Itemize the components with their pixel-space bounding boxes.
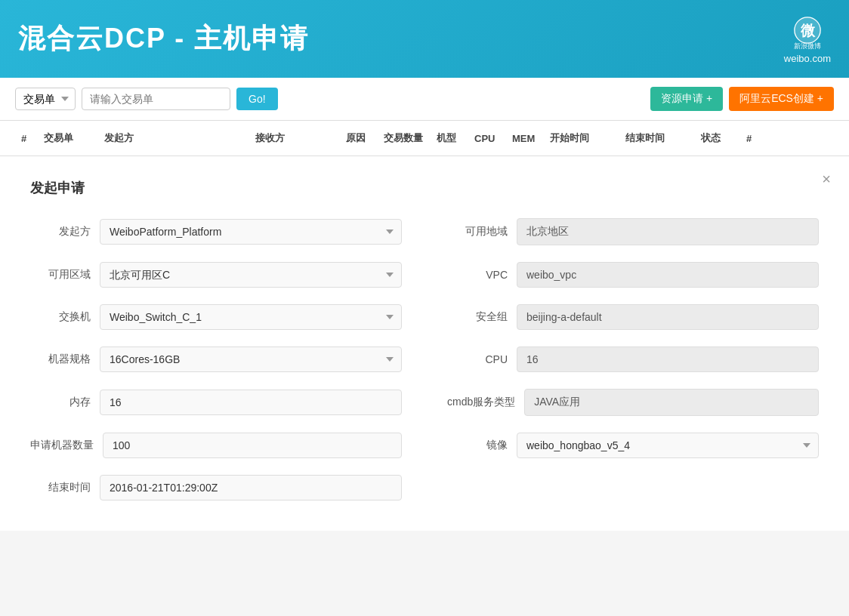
- col-sender: 发起方: [98, 128, 249, 148]
- zone-label: 可用区域: [30, 268, 91, 282]
- form-title: 发起申请: [30, 179, 819, 197]
- cpu-row: CPU 16: [447, 346, 819, 372]
- weibo-logo-container: 微 新浪微博 weibo.com: [784, 14, 831, 64]
- endtime-row: 结束时间: [30, 475, 402, 500]
- count-row: 申请机器数量: [30, 433, 402, 458]
- col-type: 机型: [431, 128, 468, 148]
- sender-select[interactable]: WeiboPatform_Platform: [100, 219, 402, 245]
- endtime-label: 结束时间: [30, 481, 91, 494]
- weibo-logo-text: weibo.com: [784, 53, 831, 64]
- switch-row: 交换机 Weibo_Switch_C_1: [30, 304, 402, 330]
- close-button[interactable]: ×: [822, 171, 831, 186]
- order-select[interactable]: 交易单: [15, 88, 76, 110]
- cmdb-label: cmdb服务类型: [447, 396, 515, 409]
- col-order: 交易单: [38, 128, 98, 148]
- page-header: 混合云DCP - 主机申请 微 新浪微博 weibo.com: [0, 0, 849, 78]
- col-hash: #: [15, 130, 38, 147]
- vpc-row: VPC weibo_vpc: [447, 262, 819, 288]
- page-title: 混合云DCP - 主机申请: [18, 20, 309, 57]
- security-row: 安全组 beijing-a-default: [447, 304, 819, 330]
- image-label: 镜像: [447, 439, 508, 452]
- col-receiver: 接收方: [249, 128, 340, 148]
- toolbar-right: 资源申请 + 阿里云ECS创建 +: [650, 87, 834, 111]
- count-label: 申请机器数量: [30, 439, 94, 452]
- memory-row: 内存: [30, 389, 402, 416]
- toolbar: 交易单 Go! 资源申请 + 阿里云ECS创建 +: [0, 78, 849, 121]
- svg-text:微: 微: [799, 23, 815, 38]
- col-status: 状态: [695, 128, 740, 148]
- security-label: 安全组: [447, 310, 508, 324]
- cpu-label: CPU: [447, 353, 508, 365]
- col-hash2: #: [740, 130, 763, 147]
- count-input[interactable]: [103, 433, 402, 458]
- vpc-label: VPC: [447, 269, 508, 281]
- memory-label: 内存: [30, 396, 91, 409]
- col-count: 交易数量: [378, 128, 431, 148]
- col-end: 结束时间: [619, 128, 695, 148]
- endtime-input[interactable]: [100, 475, 402, 500]
- zone-select[interactable]: 北京可用区C: [100, 262, 402, 288]
- weibo-logo-icon: 微 新浪微博: [785, 14, 830, 51]
- col-start: 开始时间: [544, 128, 619, 148]
- col-mem: MEM: [506, 130, 544, 147]
- cmdb-row: cmdb服务类型 JAVA应用: [447, 389, 819, 416]
- memory-input[interactable]: [100, 390, 402, 415]
- sender-label: 发起方: [30, 225, 91, 239]
- table-header: # 交易单 发起方 接收方 原因 交易数量 机型 CPU MEM 开始时间 结束…: [0, 121, 849, 156]
- switch-select[interactable]: Weibo_Switch_C_1: [100, 304, 402, 330]
- image-row: 镜像 weibo_hongbao_v5_4: [447, 433, 819, 458]
- switch-label: 交换机: [30, 310, 91, 324]
- zone-row: 可用区域 北京可用区C: [30, 262, 402, 288]
- region-row: 可用地域 北京地区: [447, 218, 819, 245]
- aliyun-create-button[interactable]: 阿里云ECS创建 +: [729, 87, 834, 111]
- region-value: 北京地区: [517, 218, 819, 245]
- resource-apply-button[interactable]: 资源申请 +: [650, 87, 723, 111]
- col-cpu: CPU: [468, 130, 506, 147]
- col-reason: 原因: [340, 128, 378, 148]
- spec-select[interactable]: 16Cores-16GB: [100, 346, 402, 372]
- vpc-value: weibo_vpc: [517, 262, 819, 288]
- form-grid: 发起方 WeiboPatform_Platform 可用地域 北京地区 可用区域…: [30, 218, 819, 500]
- svg-text:新浪微博: 新浪微博: [794, 42, 821, 50]
- sender-row: 发起方 WeiboPatform_Platform: [30, 218, 402, 245]
- form-area: 发起申请 × 发起方 WeiboPatform_Platform 可用地域 北京…: [0, 156, 849, 531]
- spec-row: 机器规格 16Cores-16GB: [30, 346, 402, 372]
- empty-cell: [447, 475, 819, 500]
- toolbar-left: 交易单 Go!: [15, 88, 650, 110]
- region-label: 可用地域: [447, 225, 508, 239]
- security-value: beijing-a-default: [517, 304, 819, 330]
- order-input[interactable]: [82, 88, 230, 110]
- spec-label: 机器规格: [30, 353, 91, 366]
- go-button[interactable]: Go!: [236, 88, 278, 110]
- image-select[interactable]: weibo_hongbao_v5_4: [517, 433, 819, 458]
- cpu-value: 16: [517, 346, 819, 372]
- cmdb-value: JAVA应用: [524, 389, 819, 416]
